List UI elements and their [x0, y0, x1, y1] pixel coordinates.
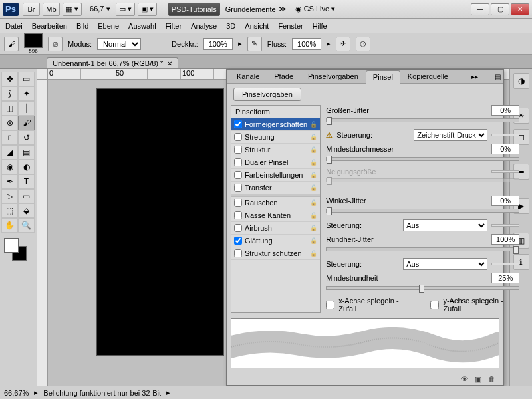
- document-tab[interactable]: Unbenannt-1 bei 66,7% (RGB/8) *✕: [47, 57, 178, 68]
- steuerung2-select[interactable]: Aus: [403, 219, 487, 231]
- zoom-readout[interactable]: 66,7 ▾: [90, 5, 110, 13]
- close-tab-icon[interactable]: ✕: [167, 60, 172, 67]
- brush-option-checkbox[interactable]: [234, 133, 242, 141]
- workspace-2[interactable]: Grundelemente: [225, 5, 276, 13]
- brush-tool[interactable]: 🖌: [18, 116, 35, 130]
- pressure-size-button[interactable]: ◎: [356, 37, 370, 51]
- flipy-checkbox[interactable]: [430, 301, 439, 309]
- minimize-button[interactable]: —: [471, 3, 489, 15]
- brush-option-airbrush[interactable]: Airbrush🔒: [231, 222, 320, 235]
- lock-icon[interactable]: 🔒: [310, 159, 317, 166]
- ruler-vertical[interactable]: [37, 80, 48, 386]
- brush-option-checkbox[interactable]: [234, 211, 242, 219]
- menu-bearbeiten[interactable]: Bearbeiten: [32, 22, 67, 30]
- lock-icon[interactable]: 🔒: [310, 250, 317, 257]
- lock-icon[interactable]: 🔒: [310, 134, 317, 140]
- cslive-button[interactable]: ◉ CS Live ▾: [295, 5, 336, 13]
- menu-ansicht[interactable]: Ansicht: [245, 22, 269, 30]
- dodge-tool[interactable]: ◐: [18, 160, 35, 174]
- pressure-opacity-button[interactable]: ✎: [247, 37, 262, 51]
- menu-3d[interactable]: 3D: [226, 22, 235, 30]
- minrund-value[interactable]: 25%: [491, 273, 519, 283]
- brush-option-streuung[interactable]: Streuung🔒: [231, 131, 320, 144]
- workspace-more[interactable]: ≫: [279, 5, 287, 13]
- brush-option-transfer[interactable]: Transfer🔒: [231, 182, 320, 194]
- brush-option-checkbox[interactable]: [234, 224, 242, 232]
- view-extras-button[interactable]: ▦ ▾: [63, 3, 82, 16]
- opacity-input[interactable]: [203, 38, 233, 50]
- brush-option-formeigenschaften[interactable]: Formeigenschaften🔒: [231, 118, 320, 131]
- workspace-1[interactable]: PSD-Tutorials: [168, 3, 220, 16]
- brush-panel-toggle[interactable]: ⎚: [48, 37, 63, 51]
- wand-tool[interactable]: ✦: [18, 86, 35, 101]
- tab-pinsel[interactable]: Pinsel: [366, 70, 400, 84]
- close-button[interactable]: ✕: [511, 3, 529, 15]
- lock-icon[interactable]: 🔒: [310, 237, 317, 244]
- type-tool[interactable]: T: [18, 174, 35, 189]
- steuerung3-select[interactable]: Aus: [403, 258, 487, 270]
- pen-tool[interactable]: ✒: [1, 174, 18, 189]
- bridge-button[interactable]: Br: [23, 3, 40, 16]
- stamp-tool[interactable]: ⎍: [1, 130, 18, 145]
- lock-icon[interactable]: 🔒: [310, 121, 317, 128]
- trash-icon[interactable]: 🗑: [488, 375, 495, 383]
- flipx-checkbox[interactable]: [326, 301, 334, 309]
- brush-option-checkbox[interactable]: [234, 158, 242, 166]
- canvas[interactable]: [97, 89, 223, 355]
- maximize-button[interactable]: ▢: [491, 3, 509, 15]
- brush-options-header[interactable]: Pinselform: [231, 106, 320, 118]
- heal-tool[interactable]: ⊛: [1, 116, 18, 130]
- eyedropper-tool[interactable]: ⎮: [18, 101, 35, 116]
- lock-icon[interactable]: 🔒: [310, 146, 317, 153]
- tab-pfade[interactable]: Pfade: [267, 70, 301, 83]
- eraser-tool[interactable]: ◪: [1, 145, 18, 160]
- flow-input[interactable]: [292, 38, 321, 50]
- lock-icon[interactable]: 🔒: [310, 172, 317, 178]
- gradient-tool[interactable]: ▤: [18, 145, 35, 160]
- rund-slider[interactable]: [326, 247, 519, 251]
- lock-icon[interactable]: 🔒: [310, 212, 317, 219]
- brush-option-struktur-schützen[interactable]: Struktur schützen🔒: [231, 247, 320, 260]
- tab-pinselvorgaben[interactable]: Pinselvorgaben: [301, 70, 366, 83]
- status-zoom[interactable]: 66,67%: [4, 389, 29, 397]
- ruler-origin[interactable]: [37, 69, 48, 80]
- lock-icon[interactable]: 🔒: [310, 225, 317, 231]
- menu-datei[interactable]: Datei: [5, 22, 23, 30]
- 3d-tool[interactable]: ⬚: [1, 203, 18, 218]
- brush-option-rauschen[interactable]: Rauschen🔒: [231, 197, 320, 209]
- groessen-jitter-slider[interactable]: [326, 118, 519, 122]
- zoom-tool[interactable]: 🔍: [18, 218, 35, 233]
- move-tool[interactable]: ✥: [1, 72, 18, 86]
- hand-tool[interactable]: ✋: [1, 218, 18, 233]
- panel-collapse-icon[interactable]: ▸▸: [471, 73, 478, 80]
- brush-option-checkbox[interactable]: [234, 249, 242, 257]
- menu-analyse[interactable]: Analyse: [191, 22, 217, 30]
- mindurch-value[interactable]: 0%: [491, 144, 519, 154]
- panel-menu-icon[interactable]: ▤: [495, 73, 501, 80]
- minibridge-button[interactable]: Mb: [43, 3, 60, 16]
- brush-option-checkbox[interactable]: [234, 199, 242, 207]
- brush-option-checkbox[interactable]: [234, 184, 242, 192]
- brush-preview[interactable]: 596: [24, 33, 43, 54]
- shape-tool[interactable]: ▭: [18, 189, 35, 203]
- pinselvorgaben-button[interactable]: Pinselvorgaben: [233, 88, 301, 101]
- brush-option-struktur[interactable]: Struktur🔒: [231, 144, 320, 156]
- tool-preset-picker[interactable]: 🖌: [4, 37, 19, 51]
- brush-option-glättung[interactable]: Glättung🔒: [231, 235, 320, 247]
- mode-select[interactable]: Normal: [97, 38, 141, 50]
- new-preset-icon[interactable]: ▣: [475, 375, 481, 384]
- crop-tool[interactable]: ◫: [1, 101, 18, 116]
- color-wells[interactable]: [1, 238, 35, 265]
- arrange-button[interactable]: ▭ ▾: [116, 3, 135, 16]
- brush-option-checkbox[interactable]: [234, 171, 242, 179]
- history-brush-tool[interactable]: ↺: [18, 130, 35, 145]
- blur-tool[interactable]: ◉: [1, 160, 18, 174]
- status-info-icon[interactable]: ▸: [34, 388, 38, 397]
- menu-auswahl[interactable]: Auswahl: [128, 22, 156, 30]
- steuerung1-select[interactable]: Zeichenstift-Druck: [414, 129, 487, 141]
- winkel-slider[interactable]: [326, 209, 519, 213]
- lock-icon[interactable]: 🔒: [310, 200, 317, 206]
- mindurch-slider[interactable]: [326, 157, 519, 161]
- brush-option-dualer-pinsel[interactable]: Dualer Pinsel🔒: [231, 156, 320, 169]
- tab-kopierquelle[interactable]: Kopierquelle: [400, 70, 456, 83]
